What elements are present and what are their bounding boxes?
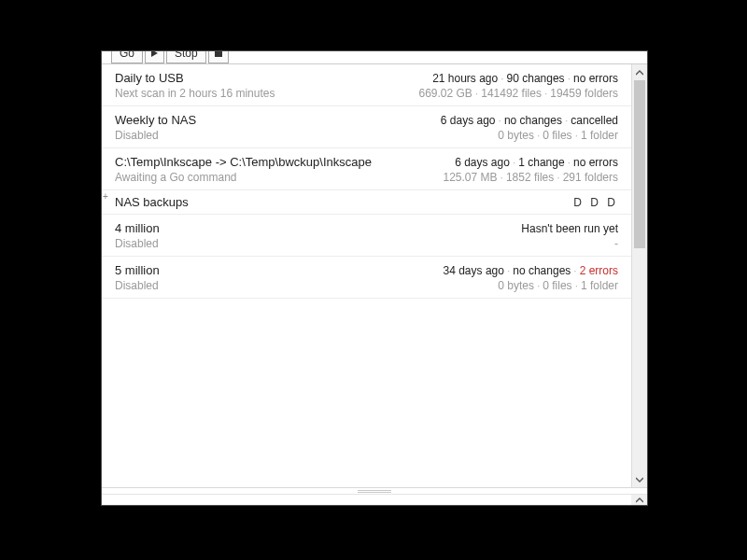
details-pane (102, 494, 647, 505)
list-item[interactable]: C:\Temp\Inkscape -> C:\Temp\bwckup\Inksc… (102, 148, 631, 190)
job-status: 34 days ago·no changes·2 errors (444, 264, 618, 277)
scroll-up-button[interactable] (632, 64, 647, 80)
app-window: Go Stop Daily to USB 21 hours ago·90 cha… (101, 50, 648, 506)
group-header[interactable]: + NAS backups D D D (102, 190, 631, 215)
list-item[interactable]: 4 million Hasn't been run yet Disabled - (102, 215, 631, 257)
play-button[interactable] (145, 51, 164, 63)
job-stats: 125.07 MB·1852 files·291 folders (444, 171, 618, 184)
job-subtext: Disabled (115, 129, 159, 142)
job-stats: 0 bytes·0 files·1 folder (498, 279, 618, 292)
list-item[interactable]: Daily to USB 21 hours ago·90 changes·no … (102, 64, 631, 106)
job-subtext: Awaiting a Go command (115, 171, 237, 184)
pane-resizer[interactable] (102, 487, 647, 494)
job-status: 6 days ago·1 change·no errors (455, 156, 618, 169)
expand-icon[interactable]: + (103, 192, 108, 202)
chevron-up-icon (636, 497, 643, 504)
body-area: Daily to USB 21 hours ago·90 changes·no … (102, 64, 647, 487)
job-status: 6 days ago·no changes·cancelled (441, 114, 618, 127)
scroll-track[interactable] (632, 80, 647, 471)
go-button[interactable]: Go (111, 51, 143, 63)
job-stats: - (614, 237, 618, 250)
job-name: C:\Temp\Inkscape -> C:\Temp\bwckup\Inksc… (115, 155, 372, 169)
vertical-scrollbar[interactable] (631, 64, 647, 487)
stop-icon-button[interactable] (208, 51, 229, 63)
scroll-thumb[interactable] (634, 80, 645, 248)
job-subtext: Disabled (115, 279, 159, 292)
list-item[interactable]: Weekly to NAS 6 days ago·no changes·canc… (102, 106, 631, 148)
group-marker: D D D (573, 196, 618, 209)
stop-icon (215, 51, 222, 57)
scroll-down-button[interactable] (632, 471, 647, 487)
chevron-up-icon (636, 69, 643, 77)
job-status: Hasn't been run yet (521, 222, 618, 235)
play-icon (151, 51, 158, 57)
backup-list[interactable]: Daily to USB 21 hours ago·90 changes·no … (102, 64, 631, 487)
grip-icon (358, 490, 391, 493)
job-name: 4 million (115, 221, 160, 235)
job-subtext: Next scan in 2 hours 16 minutes (115, 87, 275, 100)
details-scroll-up[interactable] (631, 495, 647, 505)
job-name: 5 million (115, 263, 160, 277)
stop-button[interactable]: Stop (166, 51, 206, 63)
job-stats: 669.02 GB·141492 files·19459 folders (418, 87, 618, 100)
chevron-down-icon (636, 476, 643, 483)
toolbar: Go Stop (102, 51, 647, 64)
group-name: NAS backups (115, 195, 189, 209)
job-name: Weekly to NAS (115, 113, 196, 127)
job-subtext: Disabled (115, 237, 159, 250)
job-name: Daily to USB (115, 71, 184, 85)
list-item[interactable]: 5 million 34 days ago·no changes·2 error… (102, 257, 631, 299)
job-stats: 0 bytes·0 files·1 folder (498, 129, 618, 142)
job-status: 21 hours ago·90 changes·no errors (432, 72, 618, 85)
